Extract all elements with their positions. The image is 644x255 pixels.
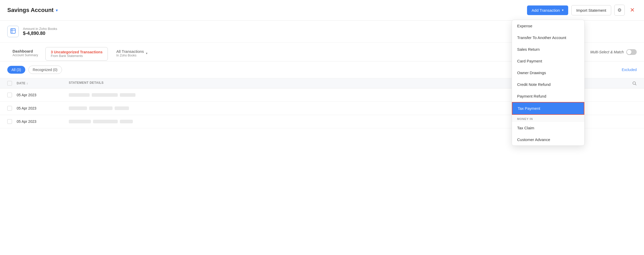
tab-all-chevron-icon: ▾ <box>146 52 147 55</box>
row-date-1: 05 Apr 2023 <box>17 106 69 110</box>
blurred-detail-1 <box>69 93 90 97</box>
dropdown-item-payment-refund[interactable]: Payment Refund <box>512 90 584 102</box>
amount-label: Amount in Zoho Books <box>23 27 57 31</box>
tab-dashboard-label: Dashboard <box>13 49 38 53</box>
col-date-header[interactable]: Date ↕ <box>17 81 69 86</box>
amount-value: $-4,890.80 <box>23 31 57 36</box>
add-transaction-chevron-icon: ▾ <box>562 8 564 12</box>
multi-select-section: Multi-Select & Match <box>590 49 637 59</box>
row-details-2 <box>69 120 522 123</box>
dropdown-item-owner-drawings[interactable]: Owner Drawings <box>512 67 584 79</box>
tab-all-info: All Transactions In Zoho Books <box>116 49 144 57</box>
excluded-link[interactable]: Excluded <box>622 68 637 72</box>
dropdown-item-card-payment[interactable]: Card Payment <box>512 55 584 67</box>
row-date-2: 05 Apr 2023 <box>17 119 69 124</box>
table-search-icon[interactable] <box>626 81 637 86</box>
add-transaction-dropdown: ExpenseTransfer To Another AccountSales … <box>512 20 585 146</box>
tab-uncategorized-sub: From Bank Statements <box>51 54 102 58</box>
svg-line-4 <box>635 84 636 85</box>
books-icon <box>10 28 16 35</box>
row-date-0: 05 Apr 2023 <box>17 93 69 97</box>
tab-dashboard[interactable]: Dashboard Account Summary <box>7 46 43 61</box>
tab-all-sub: In Zoho Books <box>116 54 144 57</box>
excluded-label: Excluded <box>622 68 637 72</box>
add-transaction-label: Add Transaction <box>532 8 560 12</box>
blurred-detail-3 <box>120 120 133 123</box>
filter-recognized-button[interactable]: Recognized (0) <box>28 66 62 74</box>
row-checkbox-0[interactable] <box>7 93 12 97</box>
tab-uncategorized[interactable]: 3 Uncategorized Transactions From Bank S… <box>45 47 108 61</box>
col-statement-header: Statement Details <box>69 81 522 86</box>
close-button[interactable]: ✕ <box>628 6 637 15</box>
multi-select-label: Multi-Select & Match <box>590 50 624 54</box>
dropdown-item-transfer[interactable]: Transfer To Another Account <box>512 32 584 43</box>
header-left: Savings Account ▾ <box>7 7 58 14</box>
blurred-detail-2 <box>92 93 118 97</box>
blurred-detail-3 <box>115 106 129 110</box>
sort-date-icon: ↕ <box>27 82 28 85</box>
close-icon: ✕ <box>630 7 635 13</box>
page-header: Savings Account ▾ Add Transaction ▾ Impo… <box>0 0 644 21</box>
dropdown-item-customer-advance[interactable]: Customer Advance <box>512 134 584 145</box>
settings-button[interactable]: ⚙ <box>614 5 625 16</box>
tab-dashboard-sub: Account Summary <box>13 53 38 57</box>
blurred-detail-1 <box>69 120 91 123</box>
svg-point-3 <box>633 82 636 85</box>
add-transaction-button[interactable]: Add Transaction ▾ <box>527 5 568 15</box>
gear-icon: ⚙ <box>617 7 622 13</box>
import-statement-button[interactable]: Import Statement <box>571 5 611 15</box>
amount-icon <box>7 26 19 37</box>
blurred-detail-2 <box>89 106 113 110</box>
amount-info: Amount in Zoho Books $-4,890.80 <box>23 27 57 36</box>
page-title: Savings Account <box>7 7 54 14</box>
svg-rect-0 <box>11 29 15 33</box>
header-right: Add Transaction ▾ Import Statement ⚙ ✕ E… <box>527 5 637 16</box>
dropdown-item-sales-return[interactable]: Sales Return <box>512 43 584 55</box>
row-details-1 <box>69 106 522 110</box>
dropdown-item-credit-note-refund[interactable]: Credit Note Refund <box>512 79 584 90</box>
blurred-detail-3 <box>120 93 135 97</box>
filter-all-button[interactable]: All (3) <box>7 66 25 74</box>
dropdown-item-expense[interactable]: Expense <box>512 20 584 32</box>
filter-recognized-label: Recognized (0) <box>33 68 58 72</box>
blurred-detail-2 <box>93 120 118 123</box>
dropdown-section-money-in-divider: MONEY IN <box>512 115 584 122</box>
import-statement-label: Import Statement <box>576 8 606 12</box>
dropdown-item-tax-claim[interactable]: Tax Claim <box>512 122 584 134</box>
row-checkbox-2[interactable] <box>7 119 12 124</box>
dropdown-item-tax-payment[interactable]: Tax Payment <box>512 102 584 115</box>
title-chevron-icon[interactable]: ▾ <box>56 8 58 13</box>
row-details-0 <box>69 93 522 97</box>
select-all-checkbox[interactable] <box>7 81 12 86</box>
tab-all-label: All Transactions <box>116 49 144 54</box>
tab-uncategorized-label: 3 Uncategorized Transactions <box>51 50 102 54</box>
filter-all-label: All (3) <box>11 68 21 72</box>
tab-all-transactions[interactable]: All Transactions In Zoho Books ▾ <box>111 47 153 61</box>
multi-select-toggle[interactable] <box>626 49 637 55</box>
toggle-knob <box>627 50 631 54</box>
blurred-detail-1 <box>69 106 87 110</box>
row-checkbox-1[interactable] <box>7 106 12 111</box>
